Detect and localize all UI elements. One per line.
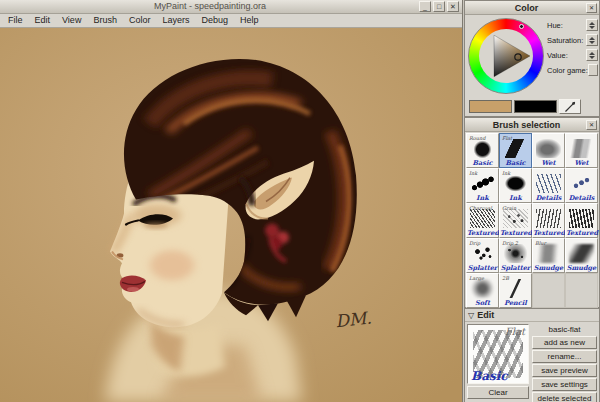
value-row: Value:	[547, 49, 598, 61]
brush-stroke-icon	[470, 139, 495, 158]
menu-brush[interactable]: Brush	[87, 14, 123, 27]
hsv-color-wheel[interactable]	[468, 18, 544, 94]
screen: MyPaint - speedpainting.ora _ □ ✕ File E…	[0, 0, 600, 402]
maximize-icon[interactable]: □	[433, 1, 445, 12]
side-panels: Color ✕	[464, 0, 600, 402]
expander-icon[interactable]: ▽	[468, 311, 474, 320]
menu-file[interactable]: File	[2, 14, 29, 27]
clear-button[interactable]: Clear	[467, 386, 529, 399]
edit-title: Edit	[477, 310, 494, 320]
painting-canvas[interactable]: DM.	[0, 28, 462, 402]
edit-body: Flat Basic Clear basic-flat add as new r…	[465, 322, 599, 402]
brush-item-textured-4[interactable]: Textured	[565, 203, 598, 238]
brush-item-ink-2[interactable]: InkInk	[499, 168, 532, 203]
main-window: MyPaint - speedpainting.ora _ □ ✕ File E…	[0, 0, 463, 402]
hue-row: Hue:	[547, 19, 598, 31]
menubar: File Edit View Brush Color Layers Debug …	[0, 14, 462, 28]
color-game-button[interactable]	[588, 64, 598, 76]
brush-item-wet-2[interactable]: Wet	[565, 133, 598, 168]
brush-item-details-1[interactable]: Details	[532, 168, 565, 203]
menu-debug[interactable]: Debug	[195, 14, 234, 27]
brush-stroke-icon	[569, 209, 594, 228]
down-arrow-icon	[589, 56, 595, 59]
saturation-stepper[interactable]	[586, 34, 598, 46]
preview-column: Flat Basic Clear	[467, 324, 529, 402]
main-titlebar[interactable]: MyPaint - speedpainting.ora _ □ ✕	[0, 0, 462, 14]
brush-item-blur-smudge[interactable]: BlurSmudge	[532, 238, 565, 273]
brush-stroke-icon	[503, 209, 528, 228]
brush-item-details-2[interactable]: Details	[565, 168, 598, 203]
close-icon[interactable]: ✕	[586, 3, 597, 13]
up-arrow-icon	[589, 22, 595, 25]
brush-item-drip2-splatter[interactable]: Drip 2Splatter	[499, 238, 532, 273]
down-arrow-icon	[589, 41, 595, 44]
brush-stroke-icon	[503, 174, 528, 193]
menu-help[interactable]: Help	[234, 14, 265, 27]
brush-item-charcoal-textured[interactable]: CharcoalTextured	[466, 203, 499, 238]
brush-name-label: basic-flat	[532, 324, 597, 335]
close-icon[interactable]: ✕	[586, 120, 597, 130]
preview-group-label: Basic	[471, 369, 508, 383]
brush-item-grain-textured[interactable]: GrainTextured	[499, 203, 532, 238]
brush-stroke-icon	[569, 244, 594, 263]
brush-title: Brush selection	[467, 120, 586, 130]
artist-signature: DM.	[334, 308, 372, 332]
brush-slot-empty	[565, 273, 598, 308]
delete-selected-button[interactable]: delete selected	[532, 392, 597, 402]
brush-stroke-icon	[470, 244, 495, 263]
edit-header[interactable]: ▽ Edit	[465, 309, 599, 322]
primary-color-swatch[interactable]	[469, 100, 512, 113]
value-label: Value:	[547, 51, 568, 60]
brush-item-large-soft[interactable]: LargeSoft	[466, 273, 499, 308]
color-controls: Hue: Saturation: Value: Color game:	[547, 19, 598, 76]
brush-titlebar[interactable]: Brush selection ✕	[465, 118, 599, 132]
brush-stroke-icon	[470, 174, 495, 193]
hue-stepper[interactable]	[586, 19, 598, 31]
brush-item-2b-pencil[interactable]: 2BPencil	[499, 273, 532, 308]
brush-stroke-icon	[503, 139, 528, 158]
save-settings-button[interactable]: save settings	[532, 378, 597, 391]
color-titlebar[interactable]: Color ✕	[465, 1, 599, 15]
edit-panel: ▽ Edit Flat Basic Clear basic-flat add a…	[464, 308, 600, 402]
up-arrow-icon	[589, 37, 595, 40]
minimize-icon[interactable]: _	[419, 1, 431, 12]
save-preview-button[interactable]: save preview	[532, 364, 597, 377]
rename-button[interactable]: rename...	[532, 350, 597, 363]
color-panel: Color ✕	[464, 0, 600, 117]
hue-label: Hue:	[547, 21, 563, 30]
brush-item-ink-1[interactable]: InkInk	[466, 168, 499, 203]
preview-corner-label: Flat	[505, 326, 525, 337]
color-picker-button[interactable]	[559, 99, 581, 114]
brush-slot-empty	[532, 273, 565, 308]
brush-item-drip-splatter[interactable]: DripSplatter	[466, 238, 499, 273]
brush-stroke-icon	[536, 174, 561, 193]
add-as-new-button[interactable]: add as new	[532, 336, 597, 349]
brush-item-textured-3[interactable]: Textured	[532, 203, 565, 238]
menu-layers[interactable]: Layers	[156, 14, 195, 27]
menu-color[interactable]: Color	[123, 14, 157, 27]
portrait-painting: DM.	[0, 28, 462, 402]
eyedropper-icon	[564, 101, 576, 113]
menu-edit[interactable]: Edit	[29, 14, 57, 27]
saturation-label: Saturation:	[547, 36, 583, 45]
brush-item-smudge-2[interactable]: Smudge	[565, 238, 598, 273]
menu-view[interactable]: View	[56, 14, 87, 27]
window-title: MyPaint - speedpainting.ora	[3, 0, 417, 13]
value-stepper[interactable]	[586, 49, 598, 61]
brush-stroke-icon	[536, 209, 561, 228]
hue-marker-icon	[519, 24, 524, 29]
brush-stroke-icon	[503, 244, 528, 263]
brush-grid: RoundBasic FlatBasic Wet Wet InkInk InkI…	[465, 132, 599, 309]
brush-stroke-icon	[536, 139, 561, 158]
secondary-color-swatch[interactable]	[514, 100, 557, 113]
hsv-triangle[interactable]	[480, 30, 532, 82]
color-game-label: Color game:	[547, 66, 588, 75]
brush-item-wet-1[interactable]: Wet	[532, 133, 565, 168]
close-icon[interactable]: ✕	[447, 1, 459, 12]
brush-stroke-icon	[470, 209, 495, 228]
brush-item-round-basic[interactable]: RoundBasic	[466, 133, 499, 168]
brush-preview[interactable]: Flat Basic	[467, 324, 529, 384]
brush-item-flat-basic[interactable]: FlatBasic	[499, 133, 532, 168]
color-body: Hue: Saturation: Value: Color game:	[465, 15, 599, 116]
brush-panel: Brush selection ✕ RoundBasic FlatBasic W…	[464, 117, 600, 308]
